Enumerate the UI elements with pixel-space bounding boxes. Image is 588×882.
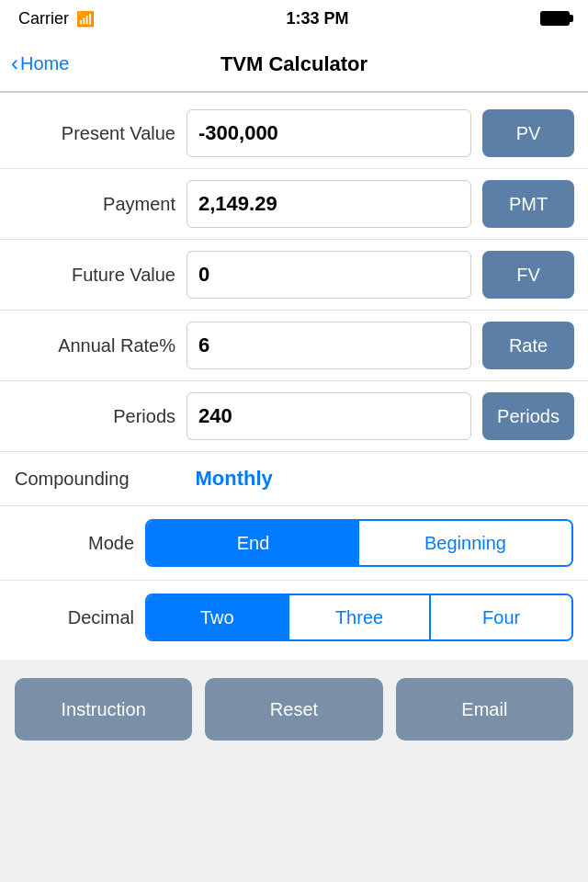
main-content: Present Value PV Payment PMT Future Valu…	[0, 93, 588, 660]
pmt-button[interactable]: PMT	[482, 180, 574, 228]
annual-rate-row: Annual Rate% Rate	[0, 314, 588, 377]
compounding-value[interactable]: Monthly	[196, 467, 273, 491]
divider-6	[0, 505, 588, 506]
status-time: 1:33 PM	[286, 9, 348, 28]
mode-label: Mode	[15, 533, 134, 554]
divider-1	[0, 168, 588, 169]
annual-rate-input[interactable]	[187, 322, 471, 369]
divider-5	[0, 451, 588, 452]
payment-label: Payment	[15, 194, 175, 215]
periods-input[interactable]	[187, 392, 471, 440]
annual-rate-label: Annual Rate%	[15, 335, 175, 356]
decimal-three-button[interactable]: Three	[289, 595, 430, 639]
status-left: Carrier 📶	[18, 9, 95, 28]
mode-toggle: End Beginning	[145, 519, 573, 567]
mode-end-button[interactable]: End	[147, 521, 359, 565]
pv-button[interactable]: PV	[482, 109, 574, 157]
wifi-icon: 📶	[76, 10, 95, 28]
future-value-row: Future Value FV	[0, 243, 588, 306]
future-value-input[interactable]	[187, 251, 471, 299]
chevron-left-icon: ‹	[11, 52, 18, 74]
mode-row: Mode End Beginning	[0, 510, 588, 576]
reset-button[interactable]: Reset	[205, 678, 382, 741]
divider-2	[0, 239, 588, 240]
present-value-row: Present Value PV	[0, 102, 588, 164]
divider-7	[0, 580, 588, 581]
nav-bar: ‹ Home TVM Calculator	[0, 37, 588, 92]
status-bar: Carrier 📶 1:33 PM	[0, 0, 588, 37]
compounding-label: Compounding	[15, 469, 130, 490]
status-right	[540, 11, 570, 26]
compounding-row: Compounding Monthly	[0, 456, 588, 502]
rate-button[interactable]: Rate	[482, 322, 574, 369]
decimal-toggle: Two Three Four	[145, 594, 573, 641]
present-value-label: Present Value	[15, 123, 175, 144]
divider-4	[0, 380, 588, 381]
decimal-row: Decimal Two Three Four	[0, 584, 588, 650]
periods-row: Periods Periods	[0, 385, 588, 447]
instruction-button[interactable]: Instruction	[15, 678, 192, 741]
future-value-label: Future Value	[15, 265, 175, 286]
periods-button[interactable]: Periods	[482, 392, 574, 440]
battery-icon	[540, 11, 570, 26]
decimal-four-button[interactable]: Four	[431, 595, 571, 639]
fv-button[interactable]: FV	[482, 251, 574, 299]
periods-label: Periods	[15, 406, 175, 427]
decimal-two-button[interactable]: Two	[147, 595, 288, 639]
page-title: TVM Calculator	[220, 52, 368, 76]
present-value-input[interactable]	[187, 109, 471, 157]
payment-row: Payment PMT	[0, 173, 588, 235]
bottom-buttons-bar: Instruction Reset Email	[0, 660, 588, 759]
divider-3	[0, 310, 588, 311]
mode-beginning-button[interactable]: Beginning	[359, 521, 571, 565]
back-button[interactable]: ‹ Home	[11, 53, 69, 74]
payment-input[interactable]	[187, 180, 471, 228]
email-button[interactable]: Email	[396, 678, 573, 741]
decimal-label: Decimal	[15, 607, 134, 628]
back-label: Home	[20, 53, 69, 74]
carrier-label: Carrier	[18, 9, 69, 28]
